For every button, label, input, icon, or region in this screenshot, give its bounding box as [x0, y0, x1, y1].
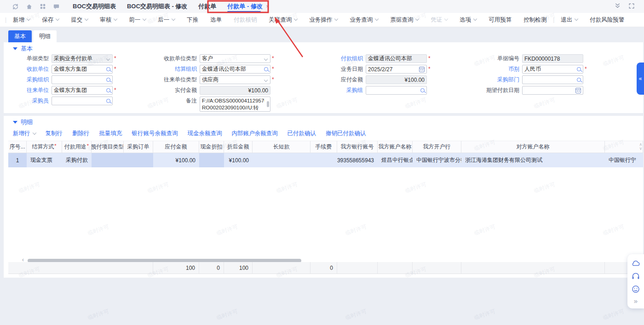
field-remark: 备注F://A:OBSS000004112957GI RO00202309010…	[138, 97, 274, 112]
window-tab-3[interactable]: 付款单	[193, 0, 222, 13]
toolbar-选单-button[interactable]: 选单	[210, 16, 222, 24]
cell-seq[interactable]: 1	[8, 153, 27, 167]
field-label-payment-org[interactable]: 付款组织	[304, 54, 366, 63]
toolbar-可用预算-button[interactable]: 可用预算	[489, 16, 512, 24]
magnifier-icon[interactable]	[577, 67, 581, 71]
toolbar-保存-button[interactable]: 保存	[42, 16, 59, 24]
toolbar-控制检测-button[interactable]: 控制检测	[523, 16, 546, 24]
magnifier-icon[interactable]	[420, 88, 425, 92]
cloud-icon[interactable]	[631, 259, 641, 267]
field-label-payee-unit[interactable]: 收款单位	[4, 65, 52, 74]
toolbar-退出-button[interactable]: 退出	[561, 16, 578, 24]
toolbar-关联查询-button[interactable]: 关联查询	[269, 16, 297, 24]
field-input-settlement-org[interactable]: 金蝶通讯公司本部	[200, 65, 270, 74]
sync-icon[interactable]	[12, 3, 19, 10]
toolbar-业务查询-button[interactable]: 业务查询	[350, 16, 378, 24]
toolbar-业务操作-button[interactable]: 业务操作	[309, 16, 338, 24]
magnifier-icon[interactable]	[264, 67, 268, 71]
magnifier-icon[interactable]	[106, 67, 110, 71]
field-input-counterparty-unit-type[interactable]: 供应商	[200, 75, 270, 84]
expand-more-icon[interactable]: »	[634, 298, 638, 304]
cell-prepay-item-type[interactable]	[92, 153, 124, 167]
apps-icon[interactable]	[40, 3, 46, 10]
fullscreen-icon[interactable]	[628, 3, 635, 11]
toolbar-付款风险预警-button[interactable]: 付款风险预警	[590, 16, 624, 24]
home-icon[interactable]	[26, 3, 33, 10]
action-复制行-link[interactable]: 复制行	[46, 130, 63, 137]
detail-section-header[interactable]: 明细	[13, 118, 33, 126]
toolbar-选项-button[interactable]: 选项	[460, 16, 477, 24]
chat-icon[interactable]	[53, 3, 60, 10]
field-input-purchase-org[interactable]	[52, 75, 113, 84]
action-批量填充-link[interactable]: 批量填充	[99, 130, 122, 137]
magnifier-icon[interactable]	[106, 88, 110, 92]
toolbar-审核-button[interactable]: 审核	[100, 16, 117, 24]
action-新增行-link[interactable]: 新增行	[13, 130, 36, 137]
toolbar-提交-button[interactable]: 提交	[71, 16, 88, 24]
cell-over-short[interactable]	[253, 153, 310, 167]
field-label-purchaser[interactable]: 采购员	[4, 97, 52, 105]
tab-basic[interactable]: 基本	[8, 30, 32, 42]
window-tab-2[interactable]: BOC交易明细表 - 修改	[121, 0, 193, 13]
window-tab-1[interactable]: BOC交易明细表	[67, 0, 121, 13]
magnifier-icon[interactable]	[106, 99, 110, 103]
cell-cash-discount[interactable]	[199, 153, 224, 167]
cell-payable-amount[interactable]: ¥100.00	[153, 153, 199, 167]
field-input-purchaser[interactable]	[52, 97, 113, 105]
cell-settlement-method[interactable]: 现金支票	[27, 153, 62, 167]
cell-payment-purpose[interactable]: 采购付款	[62, 153, 92, 167]
toolbar-后一-button[interactable]: 后一	[158, 16, 175, 24]
field-input-payment-org[interactable]: 金蝶通讯公司本部	[366, 54, 427, 63]
toolbar-新增-button[interactable]: 新增	[13, 16, 30, 24]
field-input-payee-unit[interactable]: 金蝶东方集团	[52, 65, 113, 74]
cell-our-bank-account[interactable]: 393558655943	[337, 153, 378, 167]
toolbar-前一-button[interactable]: 前一	[129, 16, 146, 24]
field-input-payee-unit-type[interactable]: 客户	[200, 54, 270, 63]
smiley-icon[interactable]	[631, 285, 640, 294]
cell-discounted-amount[interactable]: ¥100.00	[224, 153, 253, 167]
cell-handling-fee[interactable]	[310, 153, 337, 167]
calendar-icon[interactable]	[419, 67, 425, 72]
field-input-business-date[interactable]: 2025/2/27	[366, 65, 427, 74]
action-内部账户余额查询-link[interactable]: 内部账户余额查询	[232, 130, 278, 137]
tab-detail[interactable]: 明细	[33, 30, 57, 42]
field-label-purchase-dept[interactable]: 采购部门	[455, 75, 522, 84]
field-input-purchase-dept[interactable]	[522, 75, 583, 84]
window-tab-4[interactable]: 付款单 - 修改×	[222, 0, 275, 13]
field-input-currency[interactable]: 人民币	[522, 65, 583, 74]
field-input-remark[interactable]: F://A:OBSS000004112957GI RO002023090100/…	[200, 97, 270, 112]
cell-our-account-name[interactable]: 煜昌中行银企...	[378, 153, 413, 167]
field-label-purchase-group[interactable]: 采购组	[304, 86, 366, 95]
field-input-bill-type[interactable]: 采购业务付款单	[52, 54, 113, 63]
cell-purchase-order[interactable]	[124, 153, 153, 167]
field-input-purchase-group[interactable]	[366, 86, 427, 95]
field-input-bill-no[interactable]: FKD00000178	[522, 54, 583, 63]
cell-counterparty-account-name[interactable]: 浙江海港集团财务有限公司测试	[461, 153, 605, 167]
action-现金余额查询-link[interactable]: 现金余额查询	[188, 130, 222, 137]
headset-icon[interactable]	[631, 272, 640, 280]
action-银行账号余额查询-link[interactable]: 银行账号余额查询	[132, 130, 178, 137]
calendar-icon[interactable]	[575, 88, 581, 93]
field-label-currency[interactable]: 币别	[455, 65, 522, 74]
action-已付款确认-link[interactable]: 已付款确认	[288, 130, 316, 137]
field-label-settlement-org[interactable]: 结算组织	[138, 65, 200, 74]
collapse-side-panel-handle[interactable]: «	[637, 63, 644, 95]
field-input-counterparty-unit[interactable]: 金蝶东方集团	[52, 86, 113, 95]
field-input-actual-paid-amount[interactable]: ¥100.00	[200, 86, 270, 95]
table-vscroll-arrow[interactable]: ∧∨	[639, 143, 642, 151]
toolbar-票据查询-button[interactable]: 票据查询	[390, 16, 419, 24]
field-input-payable-amount[interactable]: ¥100.00	[366, 75, 427, 84]
collapse-tabs-icon[interactable]	[614, 2, 621, 11]
cell-counterparty-bank[interactable]: 中国银行宁	[605, 153, 643, 167]
field-input-expected-payment-date[interactable]	[522, 86, 583, 95]
basic-section-header[interactable]: 基本	[13, 45, 33, 53]
magnifier-icon[interactable]	[106, 78, 110, 82]
field-label-counterparty-unit[interactable]: 往来单位	[4, 86, 52, 95]
action-删除行-link[interactable]: 删除行	[72, 130, 90, 137]
field-label-purchase-org[interactable]: 采购组织	[4, 75, 52, 84]
magnifier-icon[interactable]	[577, 78, 581, 82]
action-撤销已付款确认-link[interactable]: 撤销已付款确认	[326, 130, 366, 137]
toolbar-下推-button[interactable]: 下推	[187, 16, 198, 24]
cell-our-bank[interactable]: 中国银行宁波市分行	[413, 153, 461, 167]
close-tab-icon[interactable]: ×	[266, 3, 269, 10]
